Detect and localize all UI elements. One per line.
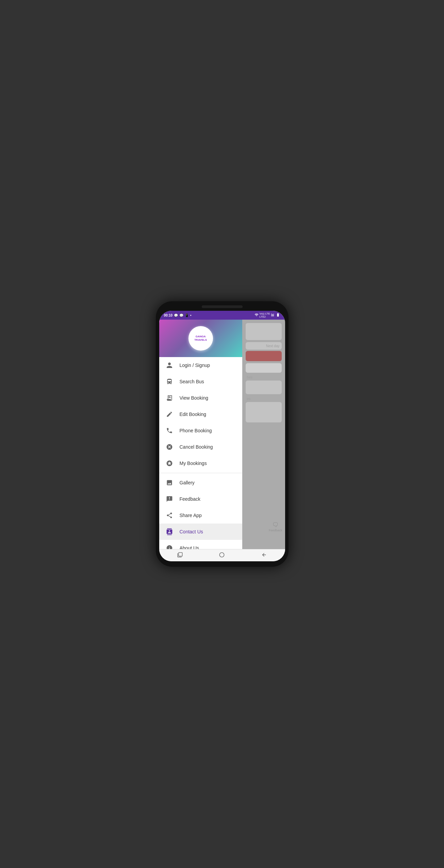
menu-label-share-app: Share App	[180, 513, 202, 518]
network-text: Vo)) LTELTE2	[260, 312, 270, 318]
status-right: Vo)) LTELTE2	[254, 312, 280, 318]
menu-label-view-booking: View Booking	[180, 395, 209, 401]
chat-icon: 💬	[179, 314, 183, 317]
menu-label-contact-us: Contact Us	[180, 529, 203, 534]
phone-frame: 00:10 💬 💬 📱 • Vo)) LTELTE2	[156, 301, 289, 567]
menu-item-my-bookings[interactable]: My Bookings	[159, 455, 242, 471]
menu-label-about-us: About Us	[180, 545, 199, 549]
bottom-nav	[159, 549, 285, 561]
whatsapp-icon: 📱	[185, 314, 189, 317]
svg-point-0	[220, 552, 224, 557]
feedback-icon	[165, 495, 174, 503]
edit-icon	[165, 410, 174, 418]
menu-label-phone-booking: Phone Booking	[180, 428, 212, 433]
logo-circle: GANGA TRAVELS	[188, 326, 213, 351]
menu-item-search-bus[interactable]: Search Bus	[159, 373, 242, 390]
menu-label-my-bookings: My Bookings	[180, 461, 207, 466]
info-icon	[165, 544, 174, 549]
status-bar: 00:10 💬 💬 📱 • Vo)) LTELTE2	[159, 311, 285, 320]
share-icon	[165, 511, 174, 519]
star-icon	[165, 459, 174, 467]
menu-item-gallery[interactable]: Gallery	[159, 475, 242, 491]
status-time: 00:10	[164, 314, 173, 317]
menu-item-phone-booking[interactable]: Phone Booking	[159, 422, 242, 439]
phone-notch	[202, 305, 243, 308]
logo-text: GANGA TRAVELS	[194, 335, 207, 341]
recent-apps-button[interactable]	[177, 552, 183, 559]
menu-item-contact-us[interactable]: Contact Us	[159, 524, 242, 540]
bus-icon	[165, 377, 174, 386]
battery-icon	[276, 313, 280, 318]
menu-item-edit-booking[interactable]: Edit Booking	[159, 406, 242, 422]
menu-label-feedback: Feedback	[180, 496, 200, 502]
person-icon	[165, 361, 174, 369]
menu-item-feedback[interactable]: Feedback	[159, 491, 242, 507]
menu-item-cancel-booking[interactable]: Cancel Booking	[159, 439, 242, 455]
phone-screen: 00:10 💬 💬 📱 • Vo)) LTELTE2	[159, 311, 285, 561]
menu-item-share-app[interactable]: Share App	[159, 507, 242, 524]
contact-icon	[165, 528, 174, 536]
menu-item-about-us[interactable]: About Us	[159, 540, 242, 549]
navigation-drawer: GANGA TRAVELS Login / Signup	[159, 320, 242, 549]
section-divider	[159, 473, 242, 473]
receipt-icon	[165, 394, 174, 402]
wifi-icon	[254, 313, 259, 318]
screen-content: GANGA TRAVELS Login / Signup	[159, 320, 285, 549]
back-button[interactable]	[261, 552, 267, 559]
menu-item-view-booking[interactable]: View Booking	[159, 390, 242, 406]
cancel-icon	[165, 443, 174, 451]
dot-indicator: •	[190, 314, 192, 317]
menu-label-cancel-booking: Cancel Booking	[180, 444, 213, 450]
menu-label-search-bus: Search Bus	[180, 379, 204, 384]
menu-label-login: Login / Signup	[180, 363, 210, 368]
menu-label-gallery: Gallery	[180, 480, 195, 485]
drawer-header: GANGA TRAVELS	[159, 320, 242, 357]
menu-item-login[interactable]: Login / Signup	[159, 357, 242, 373]
menu-label-edit-booking: Edit Booking	[180, 412, 207, 417]
gallery-icon	[165, 479, 174, 487]
msg-icon: 💬	[174, 314, 178, 317]
background-content: Next day hes es 🗨 Feedback	[242, 320, 285, 549]
menu-list: Login / Signup Search Bus	[159, 357, 242, 549]
signal-icon	[271, 313, 275, 318]
home-button[interactable]	[219, 552, 225, 559]
phone-icon	[165, 427, 174, 435]
status-left: 00:10 💬 💬 📱 •	[164, 314, 192, 317]
